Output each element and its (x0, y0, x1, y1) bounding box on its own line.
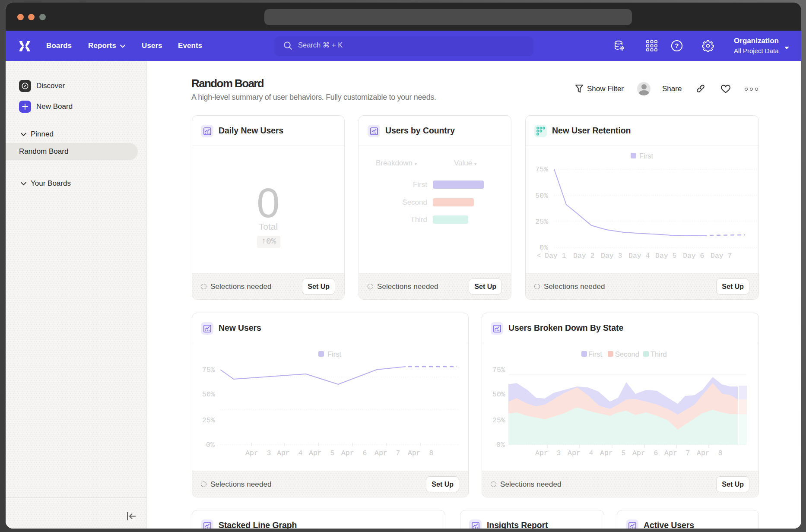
svg-text:?: ? (675, 42, 679, 49)
